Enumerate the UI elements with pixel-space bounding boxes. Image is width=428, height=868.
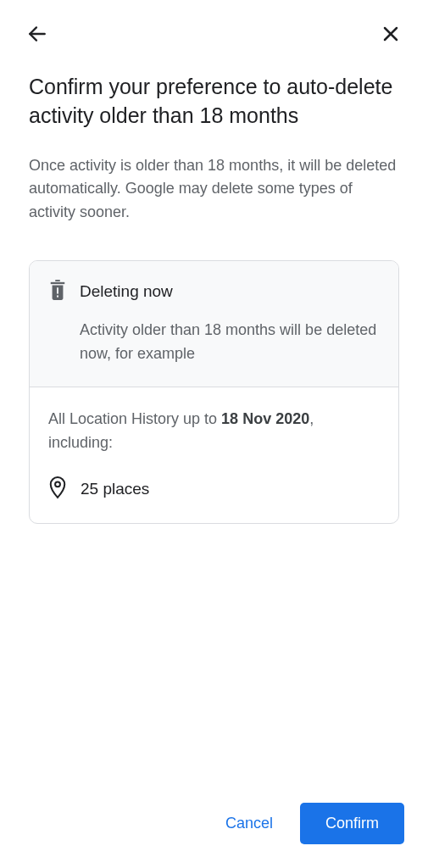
places-row: 25 places (48, 476, 380, 503)
arrow-back-icon (26, 23, 48, 45)
location-history-text: All Location History up to 18 Nov 2020, … (48, 408, 380, 455)
confirm-button[interactable]: Confirm (300, 803, 404, 844)
history-date: 18 Nov 2020 (221, 410, 309, 427)
main-content: Confirm your preference to auto-delete a… (0, 58, 428, 787)
location-pin-icon (48, 476, 67, 503)
close-button[interactable] (374, 17, 408, 51)
card-body: All Location History up to 18 Nov 2020, … (30, 387, 398, 523)
card-header: Deleting now Activity older than 18 mont… (30, 261, 398, 387)
card-subtitle: Activity older than 18 months will be de… (80, 319, 380, 366)
svg-rect-4 (55, 280, 60, 281)
back-button[interactable] (20, 17, 54, 51)
page-title: Confirm your preference to auto-delete a… (29, 73, 399, 131)
page-description: Once activity is older than 18 months, i… (29, 154, 399, 225)
history-prefix: All Location History up to (48, 410, 221, 427)
deletion-card: Deleting now Activity older than 18 mont… (29, 260, 399, 524)
svg-point-7 (55, 481, 60, 487)
svg-rect-5 (57, 287, 58, 293)
footer-actions: Cancel Confirm (0, 787, 428, 868)
header-bar (0, 0, 428, 58)
cancel-button[interactable]: Cancel (208, 804, 290, 843)
trash-alert-icon (48, 280, 67, 303)
card-title: Deleting now (80, 282, 173, 301)
places-count: 25 places (81, 480, 149, 498)
svg-rect-6 (57, 296, 58, 298)
card-header-row: Deleting now (48, 280, 380, 303)
svg-rect-3 (51, 282, 65, 284)
close-icon (381, 24, 401, 44)
